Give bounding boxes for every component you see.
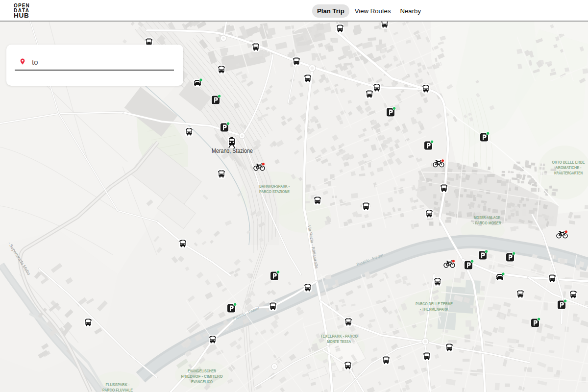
svg-text:MOSER-ANLAGE- PARCO MOSER: MOSER-ANLAGE- PARCO MOSER xyxy=(473,215,501,225)
svg-text:Merano, Stazione: Merano, Stazione xyxy=(212,147,253,154)
svg-text:PARCO DELLE TERME- THERMENPARK: PARCO DELLE TERME- THERMENPARK xyxy=(416,301,453,312)
svg-text:FLUSSPARK -PARCO FLUVIALE: FLUSSPARK -PARCO FLUVIALE xyxy=(102,382,133,392)
svg-text:BAHNHOFSPARK -PARCO STAZIONE: BAHNHOFSPARK -PARCO STAZIONE xyxy=(259,184,290,194)
svg-text:ORTO DELLE ERBEAROMATICHE -KRÄ: ORTO DELLE ERBEAROMATICHE -KRÄUTERGARTEN xyxy=(552,160,585,175)
